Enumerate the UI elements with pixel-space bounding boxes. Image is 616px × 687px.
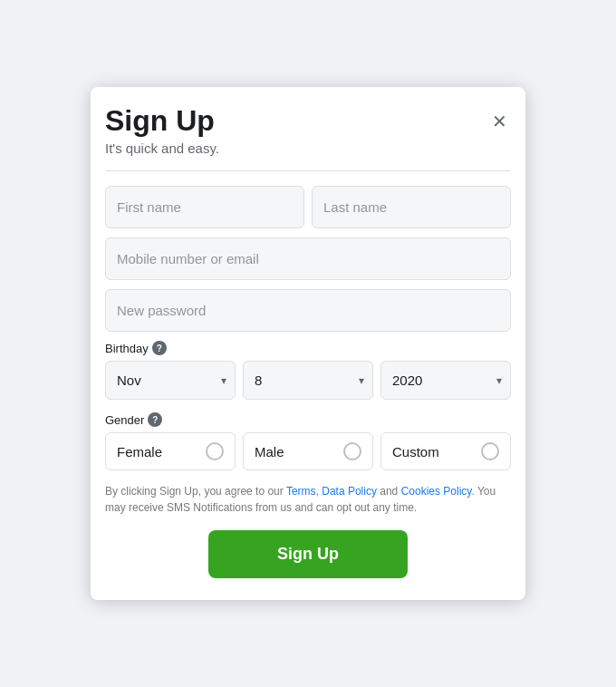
gender-female-radio[interactable] (206, 442, 224, 460)
year-select[interactable]: 2020 201920182017 201620152010 200520001… (380, 361, 511, 400)
email-row (105, 237, 511, 280)
gender-custom-radio[interactable] (481, 442, 499, 460)
gender-male-label: Male (255, 444, 284, 460)
gender-custom-label: Custom (392, 444, 439, 460)
month-wrapper: Nov JanFebMar AprMayJun JulAugSep OctDec… (105, 361, 236, 400)
header-text: Sign Up It's quick and easy. (105, 105, 219, 156)
modal-title: Sign Up (105, 105, 219, 137)
signup-form: Birthday ? Nov JanFebMar AprMayJun JulAu… (105, 186, 511, 578)
first-name-input[interactable] (105, 186, 304, 228)
password-row (105, 289, 511, 332)
birthday-selects: Nov JanFebMar AprMayJun JulAugSep OctDec… (105, 361, 511, 400)
birthday-label: Birthday ? (105, 341, 511, 355)
terms-link[interactable]: Terms (286, 485, 316, 498)
day-select[interactable]: 8 1234 5679 101112 (243, 361, 373, 400)
mobile-email-input[interactable] (105, 237, 511, 280)
gender-label: Gender ? (105, 412, 511, 427)
legal-middle2: and (377, 485, 401, 498)
gender-section: Gender ? Female Male Custom (105, 412, 511, 470)
last-name-input[interactable] (312, 186, 511, 228)
modal-subtitle: It's quick and easy. (105, 140, 219, 156)
password-input[interactable] (105, 289, 511, 332)
cookies-link[interactable]: Cookies Policy (401, 485, 472, 498)
signup-modal: Sign Up It's quick and easy. ✕ Birthday … (91, 87, 525, 600)
close-button[interactable]: ✕ (488, 109, 511, 134)
month-select[interactable]: Nov JanFebMar AprMayJun JulAugSep OctDec (105, 361, 236, 400)
legal-prefix: By clicking Sign Up, you agree to our (105, 485, 286, 498)
close-icon: ✕ (492, 111, 507, 131)
gender-male-option[interactable]: Male (243, 432, 373, 470)
birthday-section: Birthday ? Nov JanFebMar AprMayJun JulAu… (105, 341, 511, 400)
gender-female-label: Female (117, 444, 162, 460)
modal-header: Sign Up It's quick and easy. ✕ (105, 105, 511, 171)
day-wrapper: 8 1234 5679 101112 ▾ (243, 361, 373, 400)
name-row (105, 186, 511, 228)
gender-custom-option[interactable]: Custom (380, 432, 511, 470)
gender-female-option[interactable]: Female (105, 432, 236, 470)
gender-male-radio[interactable] (343, 442, 361, 460)
data-policy-link[interactable]: Data Policy (322, 485, 377, 498)
signup-button[interactable]: Sign Up (208, 530, 408, 578)
gender-options: Female Male Custom (105, 432, 511, 470)
gender-help-icon[interactable]: ? (148, 412, 162, 427)
birthday-help-icon[interactable]: ? (152, 341, 167, 355)
legal-text: By clicking Sign Up, you agree to our Te… (105, 483, 511, 516)
year-wrapper: 2020 201920182017 201620152010 200520001… (380, 361, 511, 400)
